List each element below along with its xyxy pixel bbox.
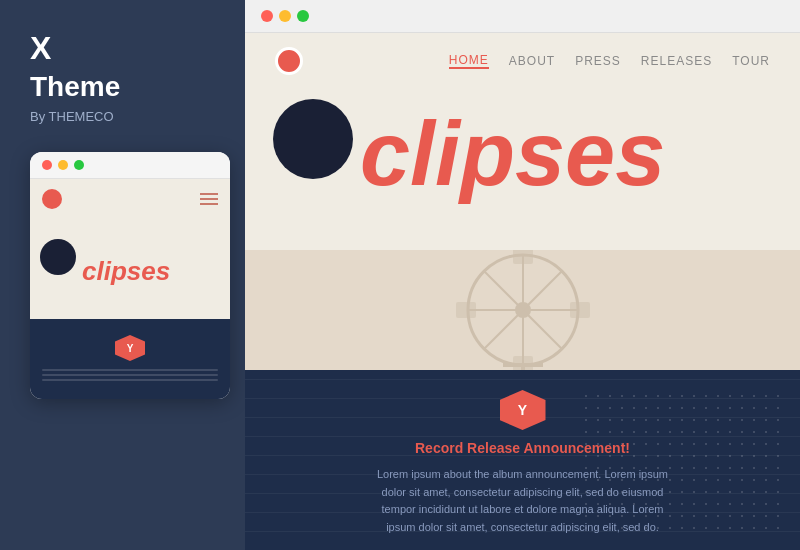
browser-dot-red [261,10,273,22]
phone-nav-logo [42,189,62,209]
browser-chrome [245,0,800,33]
website-nav-logo [275,47,303,75]
sidebar-title: Theme [30,71,120,103]
phone-lower: Y [30,319,230,399]
phone-hex-label: Y [127,343,134,354]
website-hexagon: Y [500,390,546,430]
website-bg-image [245,250,800,370]
phone-hexagon: Y [115,335,145,361]
svg-rect-6 [513,250,533,264]
phone-hero-circle [40,239,76,275]
preview-panel: HOME ABOUT PRESS RELEASES TOUR clipses [245,0,800,550]
phone-line [42,379,218,381]
svg-rect-8 [456,302,476,318]
nav-link-tour[interactable]: TOUR [732,54,770,68]
website-lower-content: Y Record Release Announcement! Lorem ips… [275,390,770,536]
browser-dot-yellow [279,10,291,22]
phone-hamburger-icon [200,193,218,205]
website-hero: HOME ABOUT PRESS RELEASES TOUR clipses [245,33,800,370]
phone-hero-title: clipses [82,256,170,287]
sidebar-by: By THEMECO [30,109,114,124]
phone-dot-yellow [58,160,68,170]
nav-link-home[interactable]: HOME [449,53,489,69]
announcement-text: Lorem ipsum about the album announcement… [373,466,673,536]
phone-nav [30,179,230,219]
nav-link-press[interactable]: PRESS [575,54,621,68]
website-nav: HOME ABOUT PRESS RELEASES TOUR [245,33,800,89]
website-hex-label: Y [518,402,527,418]
phone-lower-lines [42,369,218,381]
sidebar-author: THEMECO [49,109,114,124]
website-hero-circle [273,99,353,179]
phone-dot-red [42,160,52,170]
phone-dot-green [74,160,84,170]
website-nav-links: HOME ABOUT PRESS RELEASES TOUR [449,53,770,69]
sidebar-logo: X [30,30,51,67]
website-hero-title: clipses [360,109,665,199]
svg-rect-9 [570,302,590,318]
sidebar: X Theme By THEMECO clipses [0,0,245,550]
phone-mockup: clipses Y [30,152,230,399]
nav-link-releases[interactable]: RELEASES [641,54,712,68]
website-lower: Y Record Release Announcement! Lorem ips… [245,370,800,550]
phone-line [42,369,218,371]
browser-dot-green [297,10,309,22]
phone-hero: clipses [30,219,230,319]
phone-top-bar [30,152,230,179]
website-hero-content: clipses [245,89,800,219]
ferris-wheel-icon [393,250,653,370]
phone-line [42,374,218,376]
announcement-title: Record Release Announcement! [415,440,630,456]
nav-link-about[interactable]: ABOUT [509,54,555,68]
